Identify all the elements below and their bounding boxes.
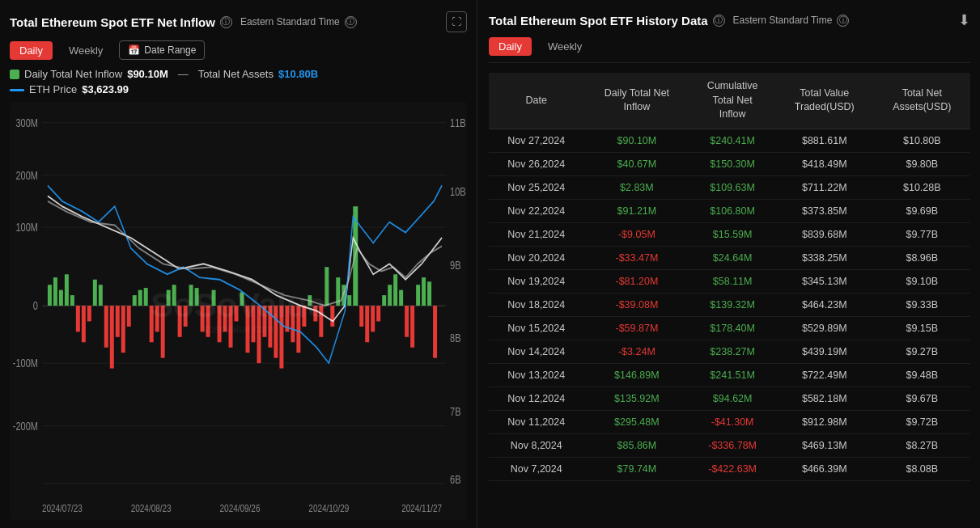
svg-rect-82 [376, 306, 380, 321]
cell-traded: $345.13M [775, 269, 874, 293]
cell-traded: $469.13M [775, 433, 874, 457]
cell-daily: $135.92M [583, 386, 689, 410]
svg-text:2024/11/27: 2024/11/27 [401, 502, 442, 513]
svg-rect-80 [365, 306, 369, 342]
col-cumulative: CumulativeTotal NetInflow [689, 73, 775, 129]
svg-text:11B: 11B [450, 117, 466, 130]
svg-rect-35 [110, 306, 114, 369]
cell-daily: $40.67M [583, 152, 689, 175]
table-row: Nov 12,2024 $135.92M $94.62M $582.18M $9… [489, 386, 970, 410]
cell-daily: $85.86M [583, 433, 689, 457]
cell-daily: $91.21M [583, 199, 689, 222]
svg-rect-56 [229, 306, 233, 348]
cell-assets: $9.67B [874, 386, 970, 410]
cell-cumulative: $15.59M [689, 222, 775, 246]
table-row: Nov 15,2024 -$59.87M $178.40M $529.89M $… [489, 316, 970, 340]
cell-daily: $146.89M [583, 363, 689, 386]
right-panel-title: Total Ethereum Spot ETF History Data [489, 14, 708, 27]
svg-rect-63 [268, 306, 272, 348]
table-row: Nov 26,2024 $40.67M $150.30M $418.49M $9… [489, 152, 970, 175]
cell-date: Nov 22,2024 [489, 199, 583, 222]
table-header-row: Date Daily Total NetInflow CumulativeTot… [489, 73, 970, 129]
cell-traded: $881.61M [775, 129, 874, 152]
svg-rect-65 [279, 306, 283, 369]
cell-assets: $9.10B [874, 269, 970, 293]
svg-rect-32 [93, 280, 97, 306]
svg-rect-31 [87, 306, 91, 321]
metric-net-assets-value: $10.80B [278, 68, 318, 80]
cell-daily: $2.83M [583, 175, 689, 199]
svg-rect-61 [257, 306, 261, 363]
svg-rect-89 [416, 285, 420, 306]
cell-daily: $295.48M [583, 410, 689, 433]
left-timezone: Eastern Standard Time [240, 16, 340, 27]
green-dot-icon [10, 70, 19, 79]
cell-cumulative: $109.63M [689, 175, 775, 199]
cell-cumulative: $150.30M [689, 152, 775, 175]
cell-cumulative: -$336.78M [689, 433, 775, 457]
svg-rect-45 [167, 290, 171, 306]
cell-assets: $9.69B [874, 199, 970, 222]
cell-traded: $722.49M [775, 363, 874, 386]
svg-text:2024/09/26: 2024/09/26 [220, 502, 261, 513]
svg-rect-57 [235, 306, 239, 321]
right-info-icon[interactable]: ⓘ [713, 15, 725, 27]
svg-text:8B: 8B [450, 332, 460, 345]
table-row: Nov 21,2024 -$9.05M $15.59M $839.68M $9.… [489, 222, 970, 246]
svg-rect-71 [313, 306, 317, 321]
svg-rect-73 [325, 267, 329, 306]
right-timezone-info-icon[interactable]: ⓘ [837, 15, 849, 27]
download-button[interactable]: ⬇ [958, 11, 970, 29]
left-panel: Total Ethereum Spot ETF Net Inflow ⓘ Eas… [0, 0, 477, 528]
svg-text:-200M: -200M [13, 420, 38, 433]
expand-button[interactable]: ⛶ [446, 11, 467, 32]
right-tab-row: Daily Weekly [489, 37, 970, 63]
left-timezone-info-icon[interactable]: ⓘ [345, 16, 357, 28]
metric-daily-inflow-label: Daily Total Net Inflow [24, 68, 122, 80]
cell-assets: $9.48B [874, 363, 970, 386]
cell-assets: $9.15B [874, 316, 970, 340]
svg-rect-47 [178, 306, 182, 337]
cell-traded: $839.68M [775, 222, 874, 246]
metric-eth-price-label: ETH Price [29, 83, 77, 95]
left-info-icon[interactable]: ⓘ [220, 16, 232, 28]
left-tab-row: Daily Weekly 📅 Date Range [10, 40, 467, 60]
col-date: Date [489, 73, 583, 129]
calendar-icon: 📅 [128, 44, 140, 56]
cell-daily: $90.10M [583, 129, 689, 152]
table-row: Nov 25,2024 $2.83M $109.63M $711.22M $10… [489, 175, 970, 199]
cell-assets: $9.80B [874, 152, 970, 175]
col-traded: Total ValueTraded(USD) [775, 73, 874, 129]
left-tab-daily[interactable]: Daily [10, 41, 53, 60]
svg-text:9B: 9B [450, 259, 460, 272]
date-range-button[interactable]: 📅 Date Range [119, 40, 205, 60]
right-timezone: Eastern Standard Time [733, 15, 833, 26]
date-range-label: Date Range [144, 44, 196, 56]
cell-daily: -$81.20M [583, 269, 689, 293]
cell-cumulative: $94.62M [689, 386, 775, 410]
cell-date: Nov 18,2024 [489, 293, 583, 316]
cell-traded: $373.85M [775, 199, 874, 222]
svg-rect-92 [433, 306, 437, 358]
cell-cumulative: $241.51M [689, 363, 775, 386]
col-assets: Total NetAssets(USD) [874, 73, 970, 129]
left-tab-weekly[interactable]: Weekly [59, 41, 112, 60]
cell-cumulative: -$41.30M [689, 410, 775, 433]
svg-rect-38 [127, 306, 131, 327]
chart-container: 300M 200M 100M 0 -100M -200M 11B 10B 9B … [10, 102, 467, 520]
cell-date: Nov 25,2024 [489, 175, 583, 199]
svg-rect-25 [53, 277, 57, 306]
cell-assets: $9.77B [874, 222, 970, 246]
table-row: Nov 14,2024 -$3.24M $238.27M $439.19M $9… [489, 340, 970, 363]
table-wrapper[interactable]: Date Daily Total NetInflow CumulativeTot… [489, 73, 970, 520]
svg-rect-87 [405, 306, 409, 337]
right-tab-daily[interactable]: Daily [489, 37, 532, 56]
svg-rect-55 [223, 306, 227, 332]
cell-cumulative: $139.32M [689, 293, 775, 316]
svg-rect-33 [99, 285, 103, 306]
right-header: Total Ethereum Spot ETF History Data ⓘ E… [489, 11, 970, 29]
table-row: Nov 19,2024 -$81.20M $58.11M $345.13M $9… [489, 269, 970, 293]
cell-assets: $9.33B [874, 293, 970, 316]
svg-text:6B: 6B [450, 473, 460, 486]
right-tab-weekly[interactable]: Weekly [538, 37, 592, 56]
